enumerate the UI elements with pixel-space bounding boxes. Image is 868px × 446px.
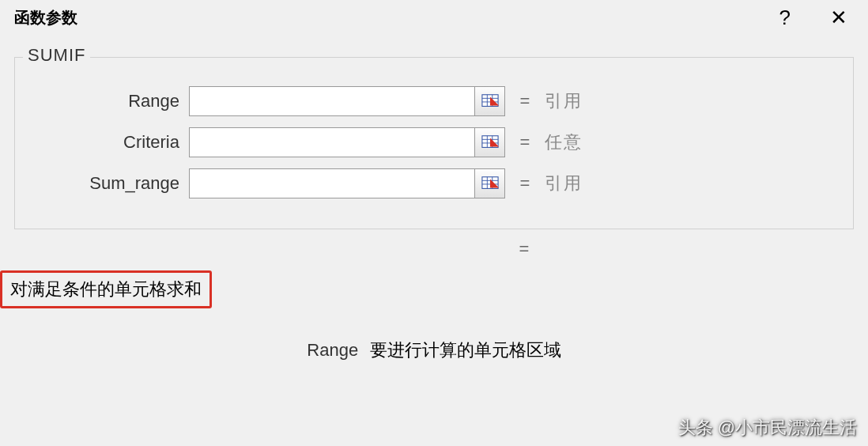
refedit-icon [481,134,499,151]
dialog-title: 函数参数 [14,7,77,28]
result-row: = [14,239,854,259]
function-name: SUMIF [23,45,90,66]
help-button[interactable]: ? [779,6,791,30]
param-hint: 引用 [545,89,583,113]
param-hint: 任意 [545,130,583,154]
range-input[interactable] [189,86,475,116]
refedit-button[interactable] [475,127,505,157]
param-input-group [189,86,505,116]
refedit-button[interactable] [475,86,505,116]
description-highlight: 对满足条件的单元格求和 [0,270,212,308]
param-row-range: Range = 引用 [31,86,837,116]
param-help-row: Range 要进行计算的单元格区域 [0,338,868,362]
sumrange-input[interactable] [189,168,475,198]
param-label: Sum_range [31,173,189,194]
param-row-sumrange: Sum_range = 引用 [31,168,837,198]
param-hint: 引用 [545,172,583,195]
criteria-input[interactable] [189,127,475,157]
param-row-criteria: Criteria = 任意 [31,127,837,157]
equals-sign: = [505,91,545,112]
titlebar: 函数参数 ? ✕ [0,0,868,35]
refedit-button[interactable] [475,168,505,198]
function-description: 对满足条件的单元格求和 [10,279,202,299]
param-label: Criteria [31,132,189,153]
equals-sign: = [505,173,545,194]
watermark: 头条 @小市民漂流生活 [678,416,857,440]
help-param-name: Range [307,340,358,360]
result-equals: = [504,239,544,259]
help-param-text: 要进行计算的单元格区域 [370,340,561,360]
refedit-icon [481,93,499,110]
equals-sign: = [505,132,545,153]
refedit-icon [481,175,499,192]
param-label: Range [31,91,189,112]
param-input-group [189,127,505,157]
function-fieldset: SUMIF Range = 引用 Criteria [14,57,854,229]
close-button[interactable]: ✕ [830,6,847,30]
param-input-group [189,168,505,198]
